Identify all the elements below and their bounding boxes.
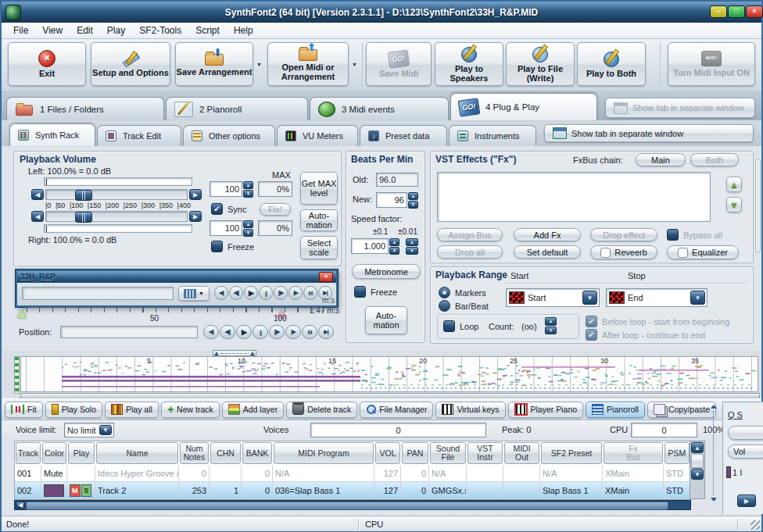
mini-player-mode-dropdown[interactable]: ▼	[178, 286, 210, 301]
pos-forward-button[interactable]: ||▶	[269, 325, 285, 339]
bpm-automation-button[interactable]: Auto-mation	[365, 306, 407, 334]
speed-spinner-big[interactable]: ▲▼	[389, 238, 399, 254]
mini-player-close-icon[interactable]: ×	[319, 272, 333, 282]
add-fx-button[interactable]: Add Fx	[514, 228, 581, 241]
volume-panel-button[interactable]: Vol	[728, 445, 763, 459]
volume-right-input[interactable]: 100	[210, 220, 242, 236]
menu-script[interactable]: Script	[188, 25, 227, 36]
pianoroll-button[interactable]: Pianoroll	[586, 402, 645, 418]
splitter-slider[interactable]	[708, 403, 719, 503]
volume-freeze-checkbox[interactable]: Freeze	[211, 241, 254, 252]
maximize-button[interactable]: □	[728, 5, 745, 18]
row1-play-cell[interactable]	[67, 465, 95, 482]
show-separate-window-button-sub[interactable]: Show tab in separate window	[544, 124, 754, 142]
bpm-new-input[interactable]: 96	[376, 192, 407, 208]
tab-midi-events[interactable]: 3 Midi events	[310, 97, 449, 120]
stop-dropdown-arrow[interactable]: ▼	[690, 291, 705, 305]
bpm-new-spinner[interactable]: ▲▼	[408, 192, 418, 208]
setup-options-button[interactable]: Setup and Options	[91, 42, 170, 86]
table-scroll-left-icon[interactable]: ◀	[16, 502, 25, 509]
overview-notes-area[interactable]: 5101520253035	[20, 356, 758, 392]
table-horizontal-scrollbar[interactable]: ◀	[14, 500, 691, 510]
mini-player-window[interactable]: 33H_R&P × ▼ ◀| ◀|| ▶ || ||▶ |▶ M ▶|	[16, 270, 338, 307]
copy-paste-button[interactable]: Copy/paste	[647, 402, 716, 418]
delete-track-button[interactable]: Delete track	[286, 402, 357, 418]
virtual-keys-button[interactable]: Virtual keys	[435, 402, 505, 418]
right-panel-button[interactable]	[728, 426, 763, 440]
overview-zoom-slider[interactable]	[213, 350, 256, 356]
title-bar[interactable]: SynthFont2 (64 bit) [Version 2.3.1.1] - …	[2, 2, 761, 23]
splitter-up-icon[interactable]	[711, 405, 717, 409]
minimize-button[interactable]: –	[710, 5, 727, 18]
col-header-color[interactable]: Color	[42, 442, 66, 464]
menu-edit[interactable]: Edit	[70, 25, 100, 36]
close-button[interactable]: ×	[746, 5, 763, 18]
reveerb-button[interactable]: Reveerb	[590, 245, 657, 259]
row2-name-cell[interactable]: Track 2	[95, 482, 179, 499]
bar-beat-radio[interactable]: Bar/Beat	[439, 300, 489, 312]
menu-help[interactable]: Help	[227, 25, 260, 36]
fx-move-down-button[interactable]: ▼	[726, 197, 742, 212]
menu-view[interactable]: View	[35, 25, 70, 36]
file-manager-button[interactable]: File Manager	[360, 402, 433, 418]
menu-file[interactable]: File	[6, 25, 35, 36]
pos-next-button[interactable]: |▶	[285, 325, 301, 339]
add-layer-button[interactable]: Add layer	[222, 402, 284, 418]
table-vertical-scrollbar[interactable]: ▲ ▼	[690, 441, 705, 499]
menu-play[interactable]: Play	[100, 25, 132, 36]
row1-name-cell[interactable]: Idecs Hyper Groove /	[95, 465, 179, 482]
subtab-other-options[interactable]: Other options	[183, 125, 275, 146]
play-all-button[interactable]: Play all	[105, 402, 159, 418]
col-header-vol[interactable]: VOL	[375, 442, 400, 464]
bpm-freeze-checkbox[interactable]: Freeze	[354, 286, 397, 298]
table-scroll-up-icon[interactable]: ▲	[691, 442, 704, 453]
pos-rewind-button[interactable]: ◀||	[220, 325, 235, 339]
play-solo-button[interactable]: Play Solo	[45, 402, 102, 418]
mini-play-button[interactable]: ▶	[244, 286, 258, 300]
col-header-track[interactable]: Track	[16, 442, 41, 464]
row2-color-cell[interactable]	[41, 482, 67, 499]
col-header-chn[interactable]: CHN	[210, 442, 241, 464]
col-header-sound-file[interactable]: Sound File	[430, 442, 466, 464]
col-header-midi-program[interactable]: MIDI Program	[274, 442, 374, 464]
volume-left-spinner[interactable]: ▲▼	[243, 181, 253, 197]
volume-automation-button[interactable]: Auto-mation	[300, 209, 338, 231]
fxbus-main-button[interactable]: Main	[636, 153, 686, 166]
voice-limit-dropdown[interactable]: No limit ▼	[64, 423, 114, 437]
reveerb-check-icon[interactable]	[600, 248, 611, 258]
col-header-fx-bus[interactable]: Fx Bus	[604, 442, 663, 464]
table-row[interactable]: 001	[15, 465, 41, 482]
pianoroll-overview[interactable]: 5101520253035	[2, 350, 761, 398]
col-header-name[interactable]: Name	[96, 442, 178, 464]
fx-list[interactable]	[437, 172, 711, 222]
tab-plug-and-play[interactable]: GO! 4 Plug & Play	[450, 93, 597, 120]
col-header-sf2-preset[interactable]: SF2 Preset	[541, 442, 602, 464]
mini-prev-button[interactable]: ◀|	[214, 286, 228, 300]
fx-move-up-button[interactable]: ▲	[726, 177, 742, 192]
resize-grip[interactable]	[750, 520, 760, 530]
play-to-speakers-button[interactable]: Play to Speakers	[435, 42, 503, 86]
right-slider-down-button[interactable]: ◀	[31, 211, 44, 222]
col-header-num-notes[interactable]: Num Notes	[180, 442, 209, 464]
left-slider-down-button[interactable]: ◀	[31, 189, 44, 200]
left-volume-slider[interactable]	[45, 189, 188, 200]
mini-rewind-button[interactable]: ◀||	[229, 286, 243, 300]
pos-play-button[interactable]: ▶	[236, 325, 252, 339]
exit-button[interactable]: × Exit	[8, 42, 86, 86]
pos-marker-button[interactable]: M	[302, 325, 317, 339]
save-arrangement-dropdown[interactable]: ▼	[254, 42, 264, 86]
fit-button[interactable]: Fit	[5, 402, 43, 418]
start-marker-icon[interactable]	[17, 310, 27, 318]
subtab-instruments[interactable]: Instruments	[449, 125, 536, 146]
mini-next-button[interactable]: |▶	[288, 286, 303, 300]
row1-color-cell[interactable]: Mute	[41, 465, 67, 482]
get-max-level-button[interactable]: Get MAX level	[300, 172, 338, 205]
mute-button[interactable]: M	[70, 484, 81, 497]
play-to-both-button[interactable]: Play to Both	[577, 42, 646, 86]
row2-play-cell[interactable]: M S	[67, 482, 95, 499]
mini-marker-button[interactable]: M	[303, 286, 317, 300]
subtab-vu-meters[interactable]: VU Meters	[277, 125, 358, 146]
metronome-button[interactable]: Metronome	[352, 264, 421, 279]
tab-pianoroll[interactable]: 2 Pianoroll	[166, 97, 308, 120]
table-row-selected[interactable]: 002	[15, 482, 41, 499]
